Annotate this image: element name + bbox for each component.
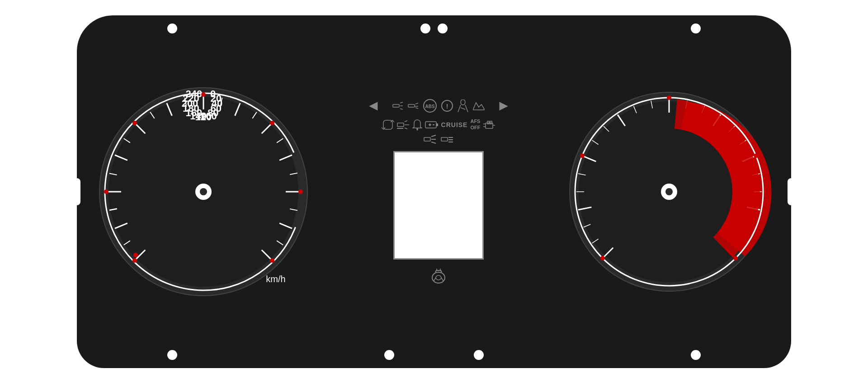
mount-hole-2 [420, 24, 430, 33]
svg-rect-67 [393, 104, 399, 107]
svg-rect-71 [408, 104, 415, 107]
left-notch [73, 178, 80, 205]
seatbelt-icon [457, 99, 469, 112]
turn-signal-left-icon: ◄ [366, 97, 381, 114]
svg-point-58 [104, 189, 108, 194]
svg-text:km/h: km/h [266, 274, 285, 284]
right-notch [788, 178, 795, 205]
svg-line-80 [458, 105, 461, 112]
fog-light-icon [441, 134, 453, 144]
mount-hole-5 [167, 350, 177, 360]
info-display-screen [393, 151, 484, 260]
mount-hole-4 [691, 24, 701, 33]
mount-hole-8 [691, 350, 701, 360]
svg-line-70 [400, 109, 403, 109]
svg-text:!: ! [446, 103, 448, 110]
svg-point-60 [201, 92, 206, 97]
svg-rect-101 [424, 137, 430, 141]
mount-hole-3 [438, 24, 448, 33]
mount-hole-1 [167, 24, 177, 33]
svg-line-68 [400, 102, 403, 103]
headlight-level-icon [397, 120, 410, 130]
svg-rect-97 [490, 121, 492, 124]
crown-icon [472, 101, 485, 111]
svg-point-162 [667, 95, 671, 100]
svg-line-72 [415, 103, 418, 104]
tire-pressure-icon [429, 268, 448, 284]
svg-rect-83 [397, 123, 404, 127]
headlight-alt-icon [407, 101, 419, 111]
svg-line-84 [405, 121, 407, 122]
svg-point-62 [298, 189, 303, 194]
svg-rect-96 [487, 121, 489, 124]
tachometer: 0 1 2 3 [565, 88, 773, 296]
svg-point-166 [665, 188, 673, 195]
svg-rect-91 [436, 123, 438, 126]
svg-line-74 [415, 108, 418, 109]
battery-icon [425, 120, 439, 129]
svg-line-86 [405, 128, 407, 129]
bell-icon [412, 119, 422, 131]
svg-line-81 [465, 105, 468, 112]
abs-icon: ABS [423, 99, 437, 113]
headlight-icon [392, 101, 404, 111]
center-panel: ◄ ABS ! ► [366, 97, 511, 285]
svg-point-4 [133, 253, 138, 257]
cruise-label: CRUISE [441, 121, 468, 128]
engine-icon [483, 119, 495, 130]
svg-line-113 [434, 278, 436, 281]
svg-point-109 [432, 272, 445, 283]
main-beam-icon [424, 134, 436, 144]
svg-point-79 [461, 99, 465, 105]
svg-text:240: 240 [185, 88, 202, 99]
svg-line-102 [431, 135, 436, 137]
loop-icon [382, 119, 394, 130]
svg-point-89 [416, 129, 418, 130]
mount-hole-6 [384, 350, 394, 360]
mount-hole-7 [474, 350, 484, 360]
warning-icons-area: ◄ ABS ! ► [366, 97, 511, 144]
dashboard: 0 20 40 60 [77, 15, 791, 368]
svg-point-65 [200, 188, 207, 195]
svg-line-82 [461, 108, 465, 109]
exclamation-circle-icon: ! [441, 99, 453, 112]
afs-off-label: AFSOFF [470, 118, 480, 130]
speedometer: 0 20 40 60 [95, 83, 312, 300]
svg-rect-105 [441, 137, 448, 141]
svg-text:ABS: ABS [425, 104, 434, 109]
svg-line-104 [431, 142, 436, 143]
turn-signal-right-icon: ► [496, 97, 511, 114]
svg-point-110 [436, 275, 441, 280]
svg-line-114 [441, 278, 443, 281]
